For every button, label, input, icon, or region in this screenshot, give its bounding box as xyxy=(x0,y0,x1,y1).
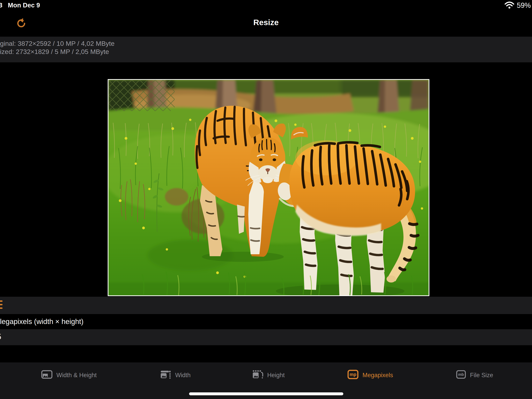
megapixels-input[interactable]: 5 xyxy=(0,329,532,345)
tab-width-height[interactable]: Width & Height xyxy=(41,370,97,381)
resize-app-screen: 3 Mon Dec 9 59% Resize ginal: 3872×259 xyxy=(0,0,532,399)
width-icon xyxy=(160,370,171,381)
status-right: 59% xyxy=(504,1,531,10)
home-indicator[interactable] xyxy=(189,392,343,395)
status-time: 3 xyxy=(0,1,2,9)
height-icon xyxy=(252,370,263,381)
tab-label: Width xyxy=(175,372,190,379)
tab-label: Height xyxy=(267,372,285,379)
list-icon[interactable] xyxy=(0,300,3,309)
tab-width[interactable]: Width xyxy=(160,370,190,381)
tab-megapixels[interactable]: mp Megapixels xyxy=(347,370,393,381)
status-date: Mon Dec 9 xyxy=(8,1,40,9)
width-height-icon xyxy=(41,370,53,381)
page-title: Resize xyxy=(253,18,279,27)
image-info-panel: ginal: 3872×2592 / 10 MP / 4,02 MByte iz… xyxy=(0,37,532,62)
tab-file-size[interactable]: mb File Size xyxy=(456,370,493,381)
presets-row xyxy=(0,297,532,314)
filesize-icon: mb xyxy=(456,370,466,380)
megapixels-label: legapixels (width × height) xyxy=(0,318,83,326)
svg-text:mb: mb xyxy=(458,373,464,377)
tab-label: Width & Height xyxy=(57,372,97,379)
image-preview xyxy=(108,79,429,296)
tiger-photo xyxy=(108,80,429,295)
status-left: 3 Mon Dec 9 xyxy=(0,1,40,9)
tab-label: Megapixels xyxy=(363,372,393,379)
original-info: ginal: 3872×2592 / 10 MP / 4,02 MByte xyxy=(0,40,114,47)
battery-percent: 59% xyxy=(517,1,531,10)
tab-label: File Size xyxy=(470,372,493,379)
status-bar: 3 Mon Dec 9 59% xyxy=(0,0,532,11)
nav-bar: Resize xyxy=(0,11,532,37)
wifi-icon xyxy=(504,1,514,10)
tab-height[interactable]: Height xyxy=(252,370,285,381)
svg-text:mp: mp xyxy=(349,372,356,377)
resized-info: ized: 2732×1829 / 5 MP / 2,05 MByte xyxy=(0,48,109,56)
rotate-ccw-icon[interactable] xyxy=(16,18,26,29)
megapixels-icon: mp xyxy=(347,370,359,381)
megapixels-value: 5 xyxy=(0,332,1,341)
